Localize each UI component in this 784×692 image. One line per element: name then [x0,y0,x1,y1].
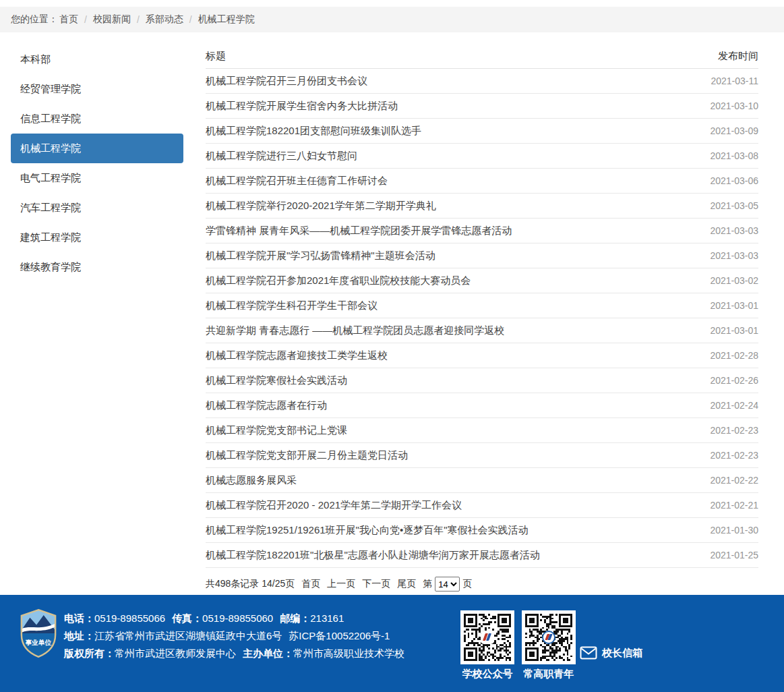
qr-code [460,610,514,664]
news-date: 2021-03-03 [696,225,758,236]
news-row: 机械工程学院召开2020 - 2021学年第二学期开学工作会议 2021-02-… [206,493,758,518]
news-row: 机械工程学院召开参加2021年度省职业院校技能大赛动员会 2021-03-02 [206,268,758,293]
news-row: 机械工程学院学生科召开学生干部会议 2021-03-01 [206,293,758,318]
mail-icon [580,646,597,660]
news-date: 2021-01-30 [696,525,758,536]
footer-qr-group: 学校公众号 常高职青年 [460,610,576,681]
news-row: 机械工程学院寒假社会实践活动 2021-02-26 [206,368,758,393]
mailbox-label: 校长信箱 [602,647,642,660]
news-title-link[interactable]: 机械工程学院19251/19261班开展"我心向党•逐梦百年"寒假社会实践活动 [206,524,529,537]
date-column-header: 发布时间 [718,50,758,63]
news-title-link[interactable]: 学雷锋精神 展青年风采——机械工程学院团委开展学雷锋志愿者活动 [206,225,512,237]
prev-page-link[interactable]: 上一页 [327,578,355,590]
news-title-link[interactable]: 机械工程学院开展"学习弘扬雷锋精神"主题班会活动 [206,250,435,262]
news-title-link[interactable]: 机械工程学院召开参加2021年度省职业院校技能大赛动员会 [206,275,471,287]
news-date: 2021-03-06 [696,175,758,186]
zip-label: 邮编： [280,612,310,624]
news-title-link[interactable]: 机械工程学院召开三月份团支书会议 [206,75,367,88]
news-title-link[interactable]: 机械工程学院召开2020 - 2021学年第二学期开学工作会议 [206,499,462,512]
news-title-link[interactable]: 机械工程学院进行三八妇女节慰问 [206,150,357,163]
news-row: 机械工程学院志愿者在行动 2021-02-24 [206,393,758,418]
news-title-link[interactable]: 机械工程学院开展学生宿舍内务大比拼活动 [206,100,398,113]
news-title-link[interactable]: 机械工程学院182201班"北极星"志愿者小队赴湖塘华润万家开展志愿者活动 [206,549,540,562]
sidebar-item-continuing-education[interactable]: 继续教育学院 [11,252,183,282]
organizer-value: 常州市高级职业技术学校 [293,647,404,659]
news-date: 2021-02-23 [696,450,758,461]
news-date: 2021-03-01 [696,325,758,336]
qr-item-school-account: 学校公众号 [460,610,514,681]
news-title-link[interactable]: 机械工程学院寒假社会实践活动 [206,374,347,387]
breadcrumb-item-home[interactable]: 首页 [59,13,78,26]
next-page-link[interactable]: 下一页 [362,578,390,590]
news-date: 2021-03-09 [696,125,758,136]
sidebar-item-automotive-engineering[interactable]: 汽车工程学院 [11,193,183,223]
qr-label: 学校公众号 [460,668,514,681]
title-column-header: 标题 [206,50,226,63]
news-date: 2021-03-02 [696,275,758,286]
breadcrumb-separator: / [137,14,140,25]
news-date: 2021-03-08 [696,150,758,161]
news-title-link[interactable]: 机械工程学院志愿者迎接技工类学生返校 [206,349,388,362]
news-list-header: 标题 发布时间 [206,45,758,69]
phone-label: 电话： [64,612,94,624]
news-date: 2021-02-21 [696,500,758,511]
news-row: 共迎新学期 青春志愿行 ——机械工程学院团员志愿者迎接同学返校 2021-03-… [206,318,758,343]
news-title-link[interactable]: 机械工程学院党支部书记上党课 [206,424,347,437]
news-row: 机械工程学院召开三月份团支书会议 2021-03-11 [206,69,758,94]
pagination-summary: 共498条记录 14/25页 [206,578,295,590]
news-date: 2021-02-28 [696,350,758,361]
news-title-link[interactable]: 机械工程学院182201团支部慰问班级集训队选手 [206,125,421,138]
news-row: 机械工程学院举行2020-2021学年第二学期开学典礼 2021-03-05 [206,194,758,219]
breadcrumb-item-campus-news[interactable]: 校园新闻 [93,13,131,26]
news-date: 2021-02-26 [696,375,758,386]
page-jump-prefix: 第 [423,578,432,590]
public-institution-badge-icon: 事业单位 [19,608,58,658]
news-title-link[interactable]: 机械工程学院党支部开展二月份主题党日活动 [206,449,408,462]
news-title-link[interactable]: 机械工程学院志愿者在行动 [206,399,327,412]
principal-mailbox-link[interactable]: 校长信箱 [580,646,642,660]
sidebar-item-economics-management[interactable]: 经贸管理学院 [11,74,183,104]
fax-label: 传真： [172,612,202,624]
news-row: 机械工程学院志愿者迎接技工类学生返校 2021-02-28 [206,343,758,368]
news-date: 2021-03-03 [696,250,758,261]
news-title-link[interactable]: 机械工程学院举行2020-2021学年第二学期开学典礼 [206,200,436,212]
sidebar-item-undergraduate[interactable]: 本科部 [11,45,183,74]
school-logo-icon [481,631,494,644]
department-sidebar: 本科部 经贸管理学院 信息工程学院 机械工程学院 电气工程学院 汽车工程学院 建… [11,45,183,592]
news-row: 机械志愿服务展风采 2021-02-22 [206,468,758,493]
page-select[interactable]: 14 [435,577,460,592]
sidebar-item-information-engineering[interactable]: 信息工程学院 [11,104,183,134]
news-row: 机械工程学院党支部开展二月份主题党日活动 2021-02-23 [206,443,758,468]
news-date: 2021-03-10 [696,100,758,111]
news-date: 2021-01-25 [696,550,758,560]
sidebar-item-electrical-engineering[interactable]: 电气工程学院 [11,163,183,193]
contact-line-2: 地址：江苏省常州市武进区湖塘镇延政中大道6号苏ICP备10052206号-1 [64,627,404,645]
footer-contact-info: 电话：0519-89855066传真：0519-89855060邮编：21316… [64,610,404,662]
badge-label: 事业单位 [25,639,52,646]
qr-item-youth-account: 常高职青年 [522,610,576,681]
news-title-link[interactable]: 机械工程学院学生科召开学生干部会议 [206,299,378,312]
first-page-link[interactable]: 首页 [301,578,320,590]
organizer-label: 主办单位： [243,647,293,659]
pagination: 共498条记录 14/25页 首页 上一页 下一页 尾页 第 14 页 [206,576,758,592]
last-page-link[interactable]: 尾页 [397,578,416,590]
breadcrumb-separator: / [84,14,87,25]
news-title-link[interactable]: 共迎新学期 青春志愿行 ——机械工程学院团员志愿者迎接同学返校 [206,324,504,337]
sidebar-item-mechanical-engineering[interactable]: 机械工程学院 [11,134,183,163]
news-row: 机械工程学院19251/19261班开展"我心向党•逐梦百年"寒假社会实践活动 … [206,518,758,543]
zip-value: 213161 [310,612,344,624]
news-date: 2021-03-05 [696,200,758,211]
breadcrumb-item-department-news[interactable]: 系部动态 [146,13,183,26]
address-value: 江苏省常州市武进区湖塘镇延政中大道6号 [94,630,282,641]
breadcrumb-item-current[interactable]: 机械工程学院 [198,13,255,26]
news-title-link[interactable]: 机械志愿服务展风采 [206,474,297,487]
contact-line-1: 电话：0519-89855066传真：0519-89855060邮编：21316… [64,610,404,627]
news-list: 标题 发布时间 机械工程学院召开三月份团支书会议 2021-03-11 机械工程… [206,45,758,592]
copyright-label: 版权所有： [64,647,115,659]
sidebar-item-construction-engineering[interactable]: 建筑工程学院 [11,223,183,252]
news-row: 学雷锋精神 展青年风采——机械工程学院团委开展学雷锋志愿者活动 2021-03-… [206,219,758,243]
page-jump-suffix: 页 [462,578,472,590]
footer: 事业单位 电话：0519-89855066传真：0519-89855060邮编：… [0,595,784,692]
news-title-link[interactable]: 机械工程学院召开班主任德育工作研讨会 [206,175,388,188]
news-date: 2021-02-23 [696,425,758,436]
